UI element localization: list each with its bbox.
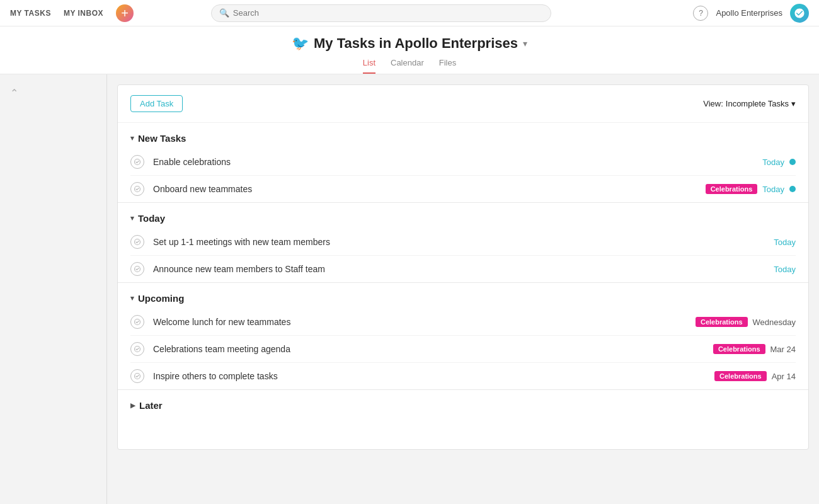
task-checkbox[interactable] (130, 315, 144, 329)
section-arrow-today: ▾ (130, 214, 134, 222)
tabs: List Calendar Files (363, 58, 456, 74)
section-label-later: Later (139, 400, 163, 411)
task-name: Announce new team members to Staff team (153, 264, 774, 274)
celebrations-tag: Celebrations (706, 184, 758, 194)
section-label-upcoming: Upcoming (138, 293, 184, 304)
task-name: Set up 1-1 meetings with new team member… (153, 237, 774, 247)
task-row[interactable]: Set up 1-1 meetings with new team member… (130, 229, 796, 256)
task-checkbox[interactable] (130, 182, 144, 196)
view-value: Incomplete Tasks (726, 99, 789, 108)
section-new-tasks: ▾ New Tasks Enable celebrations Today (118, 123, 808, 202)
tab-list[interactable]: List (363, 58, 375, 74)
section-arrow-new-tasks: ▾ (130, 134, 134, 142)
task-meta: Today (762, 158, 796, 167)
search-bar: 🔍 (211, 4, 551, 22)
task-row[interactable]: Onboard new teammates Celebrations Today (130, 176, 796, 202)
section-header-upcoming[interactable]: ▾ Upcoming (130, 283, 796, 309)
my-inbox-link[interactable]: MY INBOX (64, 9, 103, 18)
section-header-later[interactable]: ▶ Later (130, 390, 796, 421)
due-date: Today (774, 265, 796, 274)
task-meta: Celebrations Mar 24 (713, 344, 796, 354)
content-toolbar: Add Task View: Incomplete Tasks ▾ (118, 85, 808, 123)
view-filter[interactable]: View: Incomplete Tasks ▾ (703, 99, 796, 108)
section-header-new-tasks[interactable]: ▾ New Tasks (130, 123, 796, 149)
due-date: Mar 24 (770, 345, 796, 354)
page-title-row: 🐦 My Tasks in Apollo Enterprises ▾ (292, 35, 527, 52)
sidebar-collapse-arrow[interactable]: ⌃ (0, 82, 106, 104)
task-checkbox[interactable] (130, 369, 144, 383)
task-row[interactable]: Enable celebrations Today (130, 149, 796, 176)
task-name: Inspire others to complete tasks (153, 371, 714, 381)
section-arrow-upcoming: ▾ (130, 294, 134, 302)
task-name: Enable celebrations (153, 157, 762, 167)
section-later: ▶ Later (118, 390, 808, 421)
page-title: My Tasks in Apollo Enterprises (314, 35, 518, 52)
celebrations-tag: Celebrations (696, 317, 748, 327)
today-dot (789, 186, 796, 192)
task-checkbox[interactable] (130, 342, 144, 356)
task-meta: Celebrations Wednesday (696, 317, 796, 327)
celebrations-tag: Celebrations (713, 344, 765, 354)
task-meta: Celebrations Apr 14 (714, 371, 796, 381)
page-header: 🐦 My Tasks in Apollo Enterprises ▾ List … (0, 26, 819, 74)
content-inner: Add Task View: Incomplete Tasks ▾ ▾ New … (117, 84, 809, 450)
tab-calendar[interactable]: Calendar (391, 58, 424, 74)
tab-files[interactable]: Files (439, 58, 456, 74)
view-label: View: (703, 99, 723, 108)
section-arrow-later: ▶ (130, 402, 135, 409)
view-chevron: ▾ (791, 99, 796, 108)
task-row[interactable]: Celebrations team meeting agenda Celebra… (130, 336, 796, 363)
task-row[interactable]: Inspire others to complete tasks Celebra… (130, 363, 796, 389)
task-meta: Today (774, 238, 796, 247)
top-nav: MY TASKS MY INBOX + 🔍 ? Apollo Enterpris… (0, 0, 819, 26)
today-dot (789, 159, 796, 165)
due-date: Today (774, 238, 796, 247)
task-row[interactable]: Announce new team members to Staff team … (130, 256, 796, 282)
task-meta: Today (774, 265, 796, 274)
task-name: Celebrations team meeting agenda (153, 344, 713, 354)
due-date: Today (762, 158, 784, 167)
my-tasks-link[interactable]: MY TASKS (10, 9, 51, 18)
section-today: ▾ Today Set up 1-1 meetings with new tea… (118, 203, 808, 282)
task-checkbox[interactable] (130, 155, 144, 169)
avatar[interactable] (790, 4, 809, 23)
nav-right: ? Apollo Enterprises (693, 4, 809, 23)
task-name: Onboard new teammates (153, 184, 706, 194)
section-label-new-tasks: New Tasks (138, 133, 186, 144)
search-input[interactable] (233, 8, 543, 18)
section-header-today[interactable]: ▾ Today (130, 203, 796, 229)
celebrations-tag: Celebrations (714, 371, 767, 381)
org-name-label: Apollo Enterprises (716, 8, 782, 18)
sidebar: ⌃ (0, 74, 107, 504)
task-meta: Celebrations Today (706, 184, 796, 194)
content-area: Add Task View: Incomplete Tasks ▾ ▾ New … (107, 74, 819, 504)
add-task-button[interactable]: Add Task (130, 95, 183, 112)
section-upcoming: ▾ Upcoming Welcome lunch for new teammat… (118, 283, 808, 389)
task-row[interactable]: Welcome lunch for new teammates Celebrat… (130, 309, 796, 336)
task-name: Welcome lunch for new teammates (153, 317, 696, 327)
due-date: Today (762, 185, 784, 194)
page-icon: 🐦 (292, 35, 309, 52)
add-button[interactable]: + (116, 4, 134, 22)
help-button[interactable]: ? (693, 6, 708, 21)
due-date: Wednesday (753, 318, 796, 327)
section-label-today: Today (138, 213, 165, 224)
task-checkbox[interactable] (130, 235, 144, 249)
task-checkbox[interactable] (130, 262, 144, 276)
page-title-chevron[interactable]: ▾ (523, 38, 527, 49)
main-layout: ⌃ Add Task View: Incomplete Tasks ▾ ▾ Ne… (0, 74, 819, 504)
due-date: Apr 14 (772, 372, 796, 381)
search-icon: 🔍 (219, 8, 229, 18)
